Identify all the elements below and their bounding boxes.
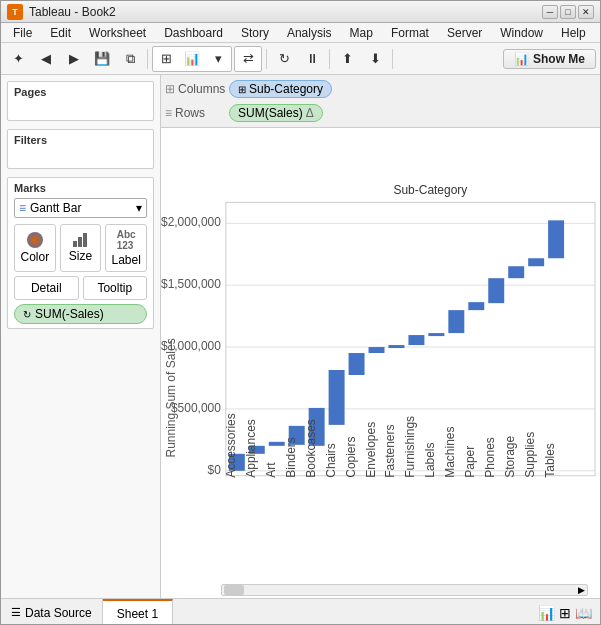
chart-option-button[interactable]: ▾ (205, 47, 231, 71)
svg-text:Bookcases: Bookcases (304, 419, 318, 478)
svg-text:$2,000,000: $2,000,000 (161, 215, 221, 229)
color-button[interactable]: Color (14, 224, 56, 272)
chart-visualization: Sub-Category Running Sum of Sales $2,000… (161, 128, 600, 598)
toolbar-separator-1 (147, 49, 148, 69)
datasource-label: Data Source (25, 606, 92, 620)
status-icons: 📊 ⊞ 📖 (538, 605, 600, 621)
duplicate-button[interactable]: ⧉ (117, 47, 143, 71)
scroll-right-arrow[interactable]: ▶ (575, 585, 587, 595)
size-label: Size (69, 249, 92, 263)
scroll-thumb (224, 585, 244, 595)
marks-row-2: Detail Tooltip (14, 276, 147, 300)
horizontal-scrollbar[interactable]: ▶ (221, 584, 588, 596)
back-button[interactable]: ◀ (33, 47, 59, 71)
filters-section: Filters (7, 129, 154, 169)
menu-worksheet[interactable]: Worksheet (81, 25, 154, 41)
svg-text:Appliances: Appliances (244, 419, 258, 478)
scroll-track (244, 586, 575, 594)
title-bar: T Tableau - Book2 ─ □ ✕ (1, 1, 600, 23)
shelves: ⊞ Columns ⊞ Sub-Category ≡ Rows SUM(Sale… (161, 75, 600, 128)
rows-label: ≡ Rows (165, 106, 225, 120)
minimize-button[interactable]: ─ (542, 5, 558, 19)
svg-text:Chairs: Chairs (324, 443, 338, 478)
columns-label: ⊞ Columns (165, 82, 225, 96)
toolbar-separator-4 (392, 49, 393, 69)
tooltip-button[interactable]: Tooltip (83, 276, 148, 300)
svg-rect-22 (448, 310, 464, 333)
size-button[interactable]: Size (60, 224, 102, 272)
columns-shelf: ⊞ Columns ⊞ Sub-Category (165, 77, 596, 101)
tab-datasource[interactable]: ☰ Data Source (1, 599, 103, 625)
marks-type-dropdown[interactable]: ≡ Gantt Bar ▾ (14, 198, 147, 218)
new-worksheet-icon[interactable]: 📊 (538, 605, 555, 621)
menu-help[interactable]: Help (553, 25, 594, 41)
svg-text:Art: Art (264, 462, 278, 478)
save-button[interactable]: 💾 (89, 47, 115, 71)
app-icon: T (7, 4, 23, 20)
sheet1-label: Sheet 1 (117, 607, 158, 621)
show-me-icon: 📊 (514, 52, 529, 66)
refresh-button[interactable]: ↻ (271, 47, 297, 71)
menu-server[interactable]: Server (439, 25, 490, 41)
maximize-button[interactable]: □ (560, 5, 576, 19)
sort-desc-button[interactable]: ⬇ (362, 47, 388, 71)
menu-analysis[interactable]: Analysis (279, 25, 340, 41)
menu-bar: File Edit Worksheet Dashboard Story Anal… (1, 23, 600, 43)
close-button[interactable]: ✕ (578, 5, 594, 19)
svg-rect-19 (388, 345, 404, 348)
tab-sheet1[interactable]: Sheet 1 (103, 599, 173, 625)
svg-text:Copiers: Copiers (344, 436, 358, 477)
sort-asc-button[interactable]: ⬆ (334, 47, 360, 71)
chart-area: ⊞ Columns ⊞ Sub-Category ≡ Rows SUM(Sale… (161, 75, 600, 598)
menu-story[interactable]: Story (233, 25, 277, 41)
rows-pill[interactable]: SUM(Sales) Δ (229, 104, 323, 122)
svg-rect-16 (329, 370, 345, 425)
bar-chart-button[interactable]: 📊 (179, 47, 205, 71)
menu-format[interactable]: Format (383, 25, 437, 41)
label-button[interactable]: Abc123 Label (105, 224, 147, 272)
menu-file[interactable]: File (5, 25, 40, 41)
svg-rect-23 (468, 302, 484, 310)
svg-text:Fasteners: Fasteners (383, 425, 397, 478)
toolbar: ✦ ◀ ▶ 💾 ⧉ ⊞ 📊 ▾ ⇄ ↻ ⏸ ⬆ ⬇ 📊 Show Me (1, 43, 600, 75)
menu-edit[interactable]: Edit (42, 25, 79, 41)
show-me-button[interactable]: 📊 Show Me (503, 49, 596, 69)
y-axis-label: Running Sum of Sales (164, 338, 178, 457)
menu-dashboard[interactable]: Dashboard (156, 25, 231, 41)
label-text: Label (111, 253, 140, 267)
marks-type-icon: ≡ (19, 201, 26, 215)
menu-map[interactable]: Map (342, 25, 381, 41)
marks-buttons-grid: Color Size Abc123 Label (14, 224, 147, 272)
new-dashboard-icon[interactable]: ⊞ (559, 605, 571, 621)
new-story-icon[interactable]: 📖 (575, 605, 592, 621)
view-group: ⊞ 📊 ▾ (152, 46, 232, 72)
svg-text:Paper: Paper (463, 446, 477, 478)
sum-sales-pill[interactable]: ↻ SUM(-Sales) (14, 304, 147, 324)
fit-button[interactable]: ⊞ (153, 47, 179, 71)
swap-button[interactable]: ⇄ (235, 47, 261, 71)
columns-pill[interactable]: ⊞ Sub-Category (229, 80, 332, 98)
marks-section: Marks ≡ Gantt Bar ▾ Color Size (7, 177, 154, 329)
color-icon (27, 232, 43, 248)
sum-pill-icon: ↻ (23, 309, 31, 320)
svg-text:Labels: Labels (423, 442, 437, 477)
svg-text:Phones: Phones (483, 437, 497, 478)
tooltip-label: Tooltip (97, 281, 132, 295)
label-icon: Abc123 (117, 229, 136, 251)
forward-button[interactable]: ▶ (61, 47, 87, 71)
color-label: Color (20, 250, 49, 264)
left-panel: Pages Filters Marks ≡ Gantt Bar ▾ Color (1, 75, 161, 598)
pages-label: Pages (14, 86, 147, 98)
marks-dropdown-arrow: ▾ (136, 201, 142, 215)
svg-rect-25 (508, 266, 524, 278)
new-worksheet-button[interactable]: ✦ (5, 47, 31, 71)
toolbar-separator-3 (329, 49, 330, 69)
rows-delta-icon: Δ (306, 106, 314, 120)
chart-title: Sub-Category (393, 183, 467, 197)
pages-section: Pages (7, 81, 154, 121)
detail-button[interactable]: Detail (14, 276, 79, 300)
toolbar-separator-2 (266, 49, 267, 69)
pause-button[interactable]: ⏸ (299, 47, 325, 71)
window-controls[interactable]: ─ □ ✕ (542, 5, 594, 19)
menu-window[interactable]: Window (492, 25, 551, 41)
